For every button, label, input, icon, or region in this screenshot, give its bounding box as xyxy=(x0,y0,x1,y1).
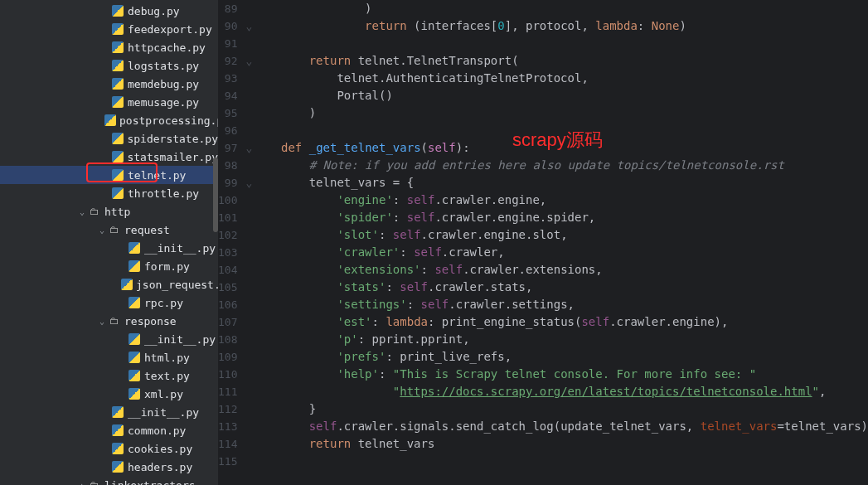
code-line[interactable]: 'stats': self.crawler.stats, xyxy=(253,279,868,296)
fold-marker xyxy=(245,366,253,383)
tree-item-request[interactable]: ⌄🗀request xyxy=(0,221,218,239)
fold-marker xyxy=(245,383,253,400)
code-line[interactable]: 'prefs': print_live_refs, xyxy=(253,348,868,366)
tree-item-html-py[interactable]: ·html.py xyxy=(0,348,218,366)
folder-icon: 🗀 xyxy=(88,478,101,485)
tree-item-label: throttle.py xyxy=(128,187,199,200)
code-line[interactable]: 'extensions': self.crawler.extensions, xyxy=(253,261,868,279)
tree-item-common-py[interactable]: ·common.py xyxy=(0,421,218,439)
tree-item-memusage-py[interactable]: ·memusage.py xyxy=(0,93,218,111)
fold-gutter[interactable]: ⌄⌄⌄⌄ xyxy=(245,0,253,485)
fold-marker xyxy=(245,261,253,279)
tree-item-logstats-py[interactable]: ·logstats.py xyxy=(0,56,218,75)
code-line[interactable]: 'help': "This is Scrapy telnet console. … xyxy=(253,366,868,383)
tree-item-label: __init__.py xyxy=(128,406,199,419)
tree-item-throttle-py[interactable]: ·throttle.py xyxy=(0,184,218,202)
code-line[interactable]: self.crawler.signals.send_catch_log(upda… xyxy=(253,418,868,435)
tree-item-httpcache-py[interactable]: ·httpcache.py xyxy=(0,38,218,56)
code-line[interactable]: 'slot': self.crawler.engine.slot, xyxy=(253,226,868,244)
tree-item-memdebug-py[interactable]: ·memdebug.py xyxy=(0,75,218,93)
code-line[interactable]: # Note: if you add entries here also upd… xyxy=(253,157,868,174)
tree-item-statsmailer-py[interactable]: ·statsmailer.py xyxy=(0,148,218,166)
chevron-icon[interactable]: › xyxy=(76,481,88,486)
code-line[interactable] xyxy=(253,122,868,139)
code-line[interactable]: telnet.AuthenticatingTelnetProtocol, xyxy=(253,70,868,87)
folder-icon: 🗀 xyxy=(88,205,101,218)
tree-item-__init__-py[interactable]: ·__init__.py xyxy=(0,403,218,421)
tree-item-label: request xyxy=(124,224,170,236)
file-tree-sidebar[interactable]: ·debug.py·feedexport.py·httpcache.py·log… xyxy=(0,0,218,485)
tree-item-cookies-py[interactable]: ·cookies.py xyxy=(0,439,218,458)
tree-item-postprocessing-py[interactable]: ·postprocessing.py xyxy=(0,111,218,129)
fold-marker xyxy=(245,122,253,139)
tree-item-linkextractors[interactable]: ›🗀linkextractors xyxy=(0,476,218,485)
chevron-icon[interactable]: ⌄ xyxy=(96,226,108,235)
python-file-icon xyxy=(111,424,124,437)
fold-marker[interactable]: ⌄ xyxy=(245,139,253,157)
tree-item-label: feedexport.py xyxy=(128,23,212,36)
python-file-icon xyxy=(111,41,124,54)
python-file-icon xyxy=(128,241,141,255)
chevron-icon[interactable]: ⌄ xyxy=(96,317,108,326)
tree-item-label: rpc.py xyxy=(144,297,183,309)
chevron-icon[interactable]: ⌄ xyxy=(76,207,88,216)
tree-item-__init__-py[interactable]: ·__init__.py xyxy=(0,239,218,257)
code-line[interactable]: 'p': pprint.pprint, xyxy=(253,331,868,348)
python-file-icon xyxy=(111,168,124,182)
tree-item-label: memusage.py xyxy=(128,96,199,109)
fold-marker[interactable]: ⌄ xyxy=(245,52,253,70)
code-editor[interactable]: 8990919293949596979899100101102103104105… xyxy=(218,0,868,485)
code-line[interactable]: } xyxy=(253,400,868,418)
code-line[interactable]: return telnet.TelnetTransport( xyxy=(253,52,868,70)
tree-item-feedexport-py[interactable]: ·feedexport.py xyxy=(0,20,218,38)
tree-item-debug-py[interactable]: ·debug.py xyxy=(0,2,218,20)
line-number: 100 xyxy=(218,192,237,209)
tree-item-label: common.py xyxy=(128,424,186,437)
code-line[interactable]: Portal() xyxy=(253,87,868,104)
code-line[interactable]: ) xyxy=(253,0,868,17)
code-area[interactable]: ) return (interfaces[0], protocol, lambd… xyxy=(253,0,868,485)
fold-marker xyxy=(245,435,253,453)
python-file-icon xyxy=(121,278,133,291)
tree-item-rpc-py[interactable]: ·rpc.py xyxy=(0,293,218,312)
code-line[interactable]: 'engine': self.crawler.engine, xyxy=(253,192,868,209)
code-line[interactable]: 'crawler': self.crawler, xyxy=(253,244,868,261)
python-file-icon xyxy=(128,387,141,400)
code-line[interactable]: 'settings': self.crawler.settings, xyxy=(253,296,868,313)
code-line[interactable]: 'est': lambda: print_engine_status(self.… xyxy=(253,313,868,331)
line-number: 114 xyxy=(218,435,237,453)
line-number: 115 xyxy=(218,453,237,470)
tree-item-__init__-py[interactable]: ·__init__.py xyxy=(0,330,218,348)
tree-item-label: __init__.py xyxy=(144,333,216,346)
tree-item-text-py[interactable]: ·text.py xyxy=(0,366,218,385)
python-file-icon xyxy=(111,59,124,72)
tree-item-label: xml.py xyxy=(144,388,183,400)
tree-item-headers-py[interactable]: ·headers.py xyxy=(0,458,218,476)
folder-icon: 🗀 xyxy=(108,314,121,327)
line-number: 92 xyxy=(218,52,237,70)
tree-item-label: http xyxy=(104,206,130,218)
code-line[interactable]: return (interfaces[0], protocol, lambda:… xyxy=(253,17,868,35)
tree-item-label: memdebug.py xyxy=(128,78,199,90)
line-number: 107 xyxy=(218,313,237,331)
line-number: 94 xyxy=(218,87,237,104)
tree-item-telnet-py[interactable]: ·telnet.py xyxy=(0,166,218,184)
tree-item-response[interactable]: ⌄🗀response xyxy=(0,312,218,330)
tree-item-http[interactable]: ⌄🗀http xyxy=(0,202,218,221)
python-file-icon xyxy=(111,442,124,455)
tree-item-spiderstate-py[interactable]: ·spiderstate.py xyxy=(0,129,218,148)
code-line[interactable]: def _get_telnet_vars(self): xyxy=(253,139,868,157)
tree-item-xml-py[interactable]: ·xml.py xyxy=(0,385,218,403)
code-line[interactable]: ) xyxy=(253,104,868,122)
fold-marker[interactable]: ⌄ xyxy=(245,17,253,35)
code-line[interactable]: return telnet_vars xyxy=(253,435,868,453)
code-line[interactable]: "https://docs.scrapy.org/en/latest/topic… xyxy=(253,383,868,400)
tree-item-form-py[interactable]: ·form.py xyxy=(0,257,218,275)
code-line[interactable] xyxy=(253,453,868,470)
tree-item-json_request-py[interactable]: ·json_request.py xyxy=(0,275,218,293)
fold-marker[interactable]: ⌄ xyxy=(245,174,253,192)
python-file-icon xyxy=(104,114,116,127)
code-line[interactable] xyxy=(253,35,868,52)
code-line[interactable]: telnet_vars = { xyxy=(253,174,868,192)
code-line[interactable]: 'spider': self.crawler.engine.spider, xyxy=(253,209,868,226)
